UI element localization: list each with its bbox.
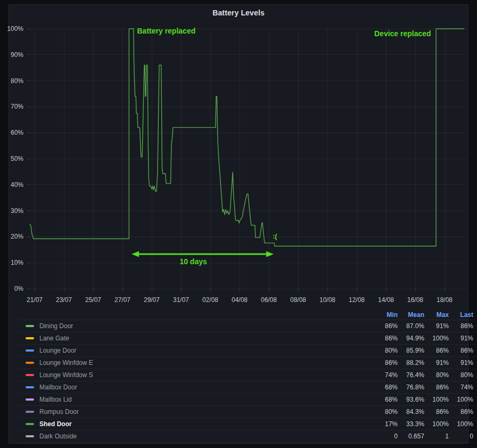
y-axis-tick-label: 50% bbox=[11, 155, 23, 162]
x-axis-tick-label: 29/07 bbox=[144, 296, 160, 304]
series-color-swatch bbox=[26, 362, 34, 364]
x-axis-tick-label: 08/08 bbox=[290, 296, 306, 304]
series-label[interactable]: Lane Gate bbox=[39, 335, 372, 342]
series-color-swatch bbox=[26, 374, 34, 376]
series-mean-value: 76.4% bbox=[398, 371, 424, 379]
battery-levels-chart[interactable]: 0%10%20%30%40%50%60%70%80%90%100%21/0723… bbox=[0, 0, 477, 305]
series-last-value: 80% bbox=[449, 371, 473, 379]
series-label[interactable]: Lounge Door bbox=[39, 347, 372, 354]
y-axis-tick-label: 60% bbox=[11, 129, 23, 136]
series-max-value: 86% bbox=[424, 347, 449, 354]
legend-row-lounge-winfdow-e[interactable]: Lounge Winfdow E 86% 88.2% 91% 91% bbox=[18, 357, 477, 369]
series-max-value: 86% bbox=[424, 384, 449, 391]
series-label[interactable]: Lounge Winfdow S bbox=[39, 371, 372, 379]
series-mean-value: 0.657 bbox=[398, 433, 424, 440]
x-axis-tick-label: 12/08 bbox=[349, 296, 365, 304]
chart-gridlines bbox=[27, 29, 466, 291]
series-last-value: 86% bbox=[449, 408, 473, 416]
series-color-swatch bbox=[26, 349, 34, 352]
series-max-value: 86% bbox=[424, 408, 449, 416]
annotation-text: :( bbox=[273, 232, 277, 240]
series-min-value: 0 bbox=[372, 433, 398, 440]
legend-rows: Dining Door 86% 87.0% 91% 86% Lane Gate … bbox=[18, 320, 477, 443]
series-last-value: 86% bbox=[449, 322, 473, 330]
y-axis-tick-label: 80% bbox=[11, 77, 23, 85]
series-mean-value: 93.6% bbox=[398, 396, 424, 403]
x-axis-tick-label: 02/08 bbox=[202, 296, 218, 304]
x-axis-tick-label: 16/08 bbox=[407, 296, 423, 304]
series-min-value: 68% bbox=[372, 384, 398, 391]
legend-row-dining-door[interactable]: Dining Door 86% 87.0% 91% 86% bbox=[18, 320, 477, 332]
x-axis-tick-label: 25/07 bbox=[85, 296, 101, 304]
series-max-value: 80% bbox=[424, 371, 449, 379]
series-last-value: 86% bbox=[449, 347, 473, 354]
x-axis-tick-label: 04/08 bbox=[232, 296, 248, 304]
series-min-value: 17% bbox=[372, 420, 398, 428]
series-label[interactable]: Dining Door bbox=[39, 322, 372, 330]
x-axis-tick-label: 31/07 bbox=[173, 296, 189, 304]
legend-col-last[interactable]: Last bbox=[449, 311, 473, 319]
series-max-value: 100% bbox=[424, 335, 449, 342]
series-min-value: 68% bbox=[372, 396, 398, 403]
legend-col-mean[interactable]: Mean bbox=[398, 311, 424, 319]
legend-col-min[interactable]: Min bbox=[372, 311, 398, 319]
series-mean-value: 84.3% bbox=[398, 408, 424, 416]
legend-row-rumpus-door[interactable]: Rumpus Door 80% 84.3% 86% 86% bbox=[18, 406, 477, 418]
legend-row-mailbox-lid[interactable]: Mailbox Lid 68% 93.6% 100% 100% bbox=[18, 394, 477, 406]
series-max-value: 100% bbox=[424, 396, 449, 403]
series-color-swatch bbox=[26, 411, 34, 413]
series-color-swatch bbox=[26, 325, 34, 327]
series-max-value: 91% bbox=[424, 359, 449, 366]
legend-row-shed-door[interactable]: Shed Door 17% 33.3% 100% 100% bbox=[18, 418, 477, 430]
series-label[interactable]: Shed Door bbox=[39, 420, 372, 428]
series-label[interactable]: Dark Outside bbox=[39, 433, 372, 440]
legend-row-lounge-winfdow-s[interactable]: Lounge Winfdow S 74% 76.4% 80% 80% bbox=[18, 369, 477, 381]
series-max-value: 100% bbox=[424, 420, 449, 428]
legend-row-dark-outside[interactable]: Dark Outside 0 0.657 1 0 bbox=[18, 430, 477, 443]
series-mean-value: 87.0% bbox=[398, 322, 424, 330]
series-min-value: 74% bbox=[372, 371, 398, 379]
y-axis-tick-label: 70% bbox=[11, 103, 23, 110]
x-axis-tick-label: 23/07 bbox=[56, 296, 72, 304]
annotation-text: Battery replaced bbox=[137, 27, 196, 35]
y-axis-tick-label: 40% bbox=[11, 181, 23, 189]
series-color-swatch bbox=[26, 398, 34, 401]
annotation-text: 10 days bbox=[179, 257, 207, 266]
series-max-value: 1 bbox=[424, 433, 449, 440]
y-axis-tick-label: 30% bbox=[11, 207, 23, 215]
legend-row-lounge-door[interactable]: Lounge Door 80% 85.9% 86% 86% bbox=[18, 345, 477, 357]
x-axis-tick-label: 10/08 bbox=[319, 296, 335, 304]
series-label[interactable]: Mailbox Door bbox=[39, 384, 372, 391]
x-axis-tick-label: 06/08 bbox=[261, 296, 277, 304]
x-axis-tick-label: 14/08 bbox=[378, 296, 394, 304]
series-label[interactable]: Mailbox Lid bbox=[39, 396, 372, 403]
legend-table: Min Mean Max Last Dining Door 86% 87.0% … bbox=[18, 309, 477, 443]
series-min-value: 80% bbox=[372, 347, 398, 354]
series-label[interactable]: Lounge Winfdow E bbox=[39, 359, 372, 366]
series-color-swatch bbox=[26, 337, 34, 339]
series-mean-value: 94.9% bbox=[398, 335, 424, 342]
series-mean-value: 33.3% bbox=[398, 420, 424, 428]
series-label[interactable]: Rumpus Door bbox=[39, 408, 372, 416]
y-axis-tick-label: 0% bbox=[14, 285, 24, 292]
ten-days-arrow bbox=[131, 251, 274, 257]
y-axis-tick-label: 100% bbox=[7, 25, 23, 32]
series-last-value: 74% bbox=[449, 384, 473, 391]
series-last-value: 100% bbox=[449, 396, 473, 403]
series-mean-value: 76.8% bbox=[398, 384, 424, 391]
series-mean-value: 88.2% bbox=[398, 359, 424, 366]
series-last-value: 0 bbox=[449, 433, 473, 440]
series-max-value: 91% bbox=[424, 322, 449, 330]
legend-col-max[interactable]: Max bbox=[424, 311, 449, 319]
series-color-swatch bbox=[26, 435, 34, 437]
y-axis-tick-label: 20% bbox=[11, 233, 23, 240]
legend-header: Min Mean Max Last bbox=[18, 309, 477, 320]
series-line-shed-door bbox=[30, 29, 464, 246]
legend-row-mailbox-door[interactable]: Mailbox Door 68% 76.8% 86% 74% bbox=[18, 381, 477, 394]
legend-row-lane-gate[interactable]: Lane Gate 86% 94.9% 100% 91% bbox=[18, 332, 477, 345]
series-last-value: 91% bbox=[449, 359, 473, 366]
series-min-value: 86% bbox=[372, 335, 398, 342]
y-axis-tick-label: 90% bbox=[11, 51, 23, 59]
series-min-value: 86% bbox=[372, 322, 398, 330]
series-last-value: 100% bbox=[449, 420, 473, 428]
